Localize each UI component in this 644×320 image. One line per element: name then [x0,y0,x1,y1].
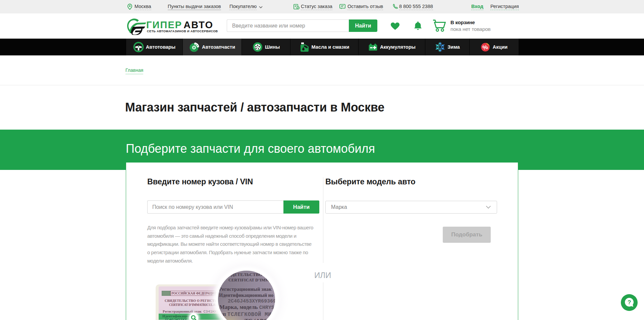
svg-text:?: ? [628,299,631,306]
